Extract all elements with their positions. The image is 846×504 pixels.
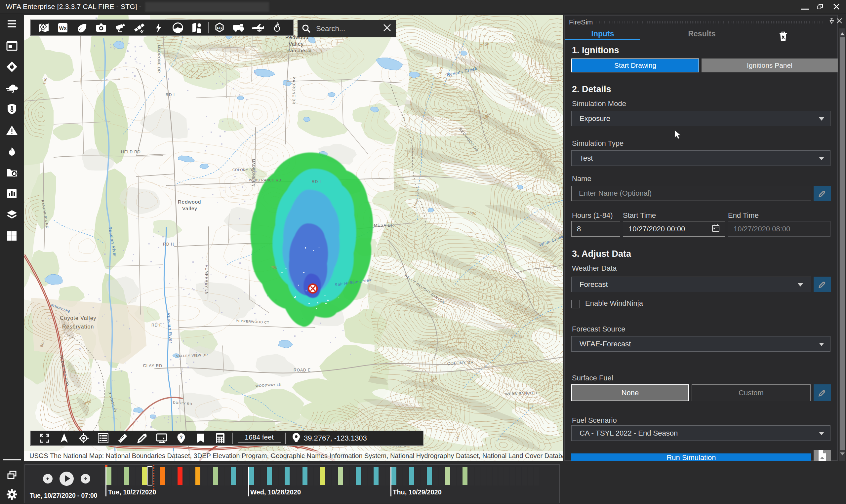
svg-text:Redwood: Redwood (178, 199, 201, 204)
svg-text:MADRONE DR: MADRONE DR (157, 45, 161, 73)
svg-text:RD F: RD F (151, 323, 162, 327)
svg-text:Valley: Valley (289, 41, 304, 47)
svg-text:Reservation: Reservation (62, 324, 94, 329)
svg-text:?: ? (180, 435, 182, 440)
svg-text:MADRONE DR: MADRONE DR (292, 76, 296, 105)
svg-text:CLAY RD: CLAY RD (143, 363, 162, 368)
svg-text:COLONY DR: COLONY DR (232, 168, 255, 172)
svg-text:HUMPHREY LN: HUMPHREY LN (205, 265, 209, 295)
svg-text:Coyote Valley: Coyote Valley (60, 315, 96, 321)
svg-text:HELD RD: HELD RD (121, 150, 141, 154)
svg-text:MESA DR: MESA DR (374, 223, 394, 228)
svg-text:FG: FG (217, 26, 222, 30)
svg-text:Wx: Wx (59, 25, 67, 31)
svg-text:RD H: RD H (163, 242, 174, 247)
svg-text:RD I: RD I (166, 92, 175, 97)
svg-text:RD I: RD I (312, 179, 321, 184)
svg-text:WEBB RANCH RD: WEBB RANCH RD (249, 178, 281, 182)
svg-text:MADRONE LN: MADRONE LN (252, 159, 255, 186)
svg-text:Valley: Valley (182, 205, 197, 211)
svg-text:Rancheria: Rancheria (286, 48, 312, 53)
svg-text:ROAD E: ROAD E (293, 368, 311, 373)
